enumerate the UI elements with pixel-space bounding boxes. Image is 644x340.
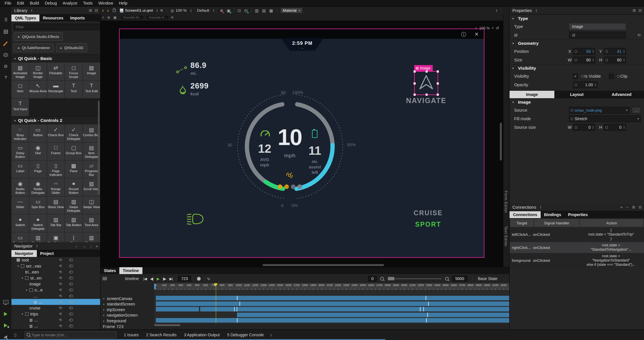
tab-bindings[interactable]: Bindings <box>541 211 565 218</box>
zoom-out-icon[interactable] <box>380 277 384 281</box>
library-item-text-input[interactable]: TText Input <box>11 98 29 116</box>
source-combo[interactable]: s/nav_nodir.png ▾ <box>569 107 629 114</box>
zoom-in-icon[interactable] <box>445 277 449 281</box>
projects-mode-icon[interactable]: ⚙ <box>0 61 11 71</box>
visibility-eye-icon[interactable] <box>69 313 73 315</box>
help-mode-icon[interactable]: ? <box>0 72 11 82</box>
style-selector[interactable]: Default <box>197 8 209 13</box>
snap-items-icon[interactable]: ⊞ <box>107 16 110 19</box>
track-bar-foreground[interactable] <box>156 318 509 323</box>
export-toggle-icon[interactable]: ⟲ <box>59 270 62 274</box>
track-name-foreground[interactable]: ▸foreground <box>100 318 154 323</box>
spinner[interactable] <box>595 83 596 86</box>
export-toggle-icon[interactable]: ⟲ <box>59 282 62 286</box>
canvas-horizontal-scrollbar[interactable] <box>263 264 384 266</box>
library-item-progress-bar[interactable]: ▱Progress Bar <box>83 160 100 178</box>
export-toggle-icon[interactable]: ⟲ <box>59 300 62 304</box>
menu-tools[interactable]: Tools <box>80 1 96 5</box>
library-item-item-delegate[interactable]: ▤Item Delegate <box>83 142 100 160</box>
tab-connections[interactable]: Connections <box>510 211 541 218</box>
expander-icon[interactable]: ▾ <box>22 313 25 315</box>
close-pane-icon[interactable]: ⊟ <box>639 8 642 13</box>
library-item-item[interactable]: ◻Item <box>11 81 29 98</box>
library-item-pane[interactable]: ▩Pane <box>65 160 82 178</box>
navigator-row-trips[interactable]: ▾trips⟲ <box>11 311 100 317</box>
keyframe-marker[interactable] <box>423 307 424 311</box>
menu-window[interactable]: Window <box>96 1 116 5</box>
library-item-dial[interactable]: ◉Dial <box>29 142 47 160</box>
keyframe-marker[interactable] <box>237 296 238 300</box>
library-item-scroll-view[interactable]: ▥Scroll View <box>83 178 100 196</box>
library-item-border-image[interactable]: ◫Border Image <box>29 63 47 80</box>
add-module-qtstudio3d[interactable]: +QtStudio3D <box>56 43 87 52</box>
size-h-field[interactable]: 80 <box>604 57 626 63</box>
visibility-eye-icon[interactable] <box>69 259 73 261</box>
library-item-switch-delegate[interactable]: ●Switch Delegate <box>29 214 47 232</box>
menu-analyze[interactable]: Analyze <box>60 1 80 5</box>
override-height-field[interactable]: Override H... <box>146 15 169 20</box>
expander-icon[interactable]: ▸ <box>103 297 107 300</box>
library-item-button[interactable]: ▭Button <box>29 124 47 142</box>
menu-build[interactable]: Build <box>27 1 42 5</box>
forward-icon[interactable]: › <box>107 8 108 13</box>
view-row-icon[interactable]: ▥ <box>255 8 259 13</box>
current-frame-field[interactable]: 723 <box>178 276 191 281</box>
play-button[interactable]: ▶ <box>157 277 159 281</box>
resize-handle-ne[interactable] <box>436 70 439 73</box>
library-item-text[interactable]: TText <box>65 81 82 98</box>
library-item-stack-view[interactable]: ▤Stack View <box>47 196 65 214</box>
export-toggle-icon[interactable]: ⟲ <box>59 312 62 316</box>
library-item-text-field[interactable]: ▭Text Field <box>11 232 29 242</box>
resize-handle-se[interactable] <box>436 93 439 96</box>
clip-checkbox[interactable] <box>609 74 614 79</box>
visibility-eye-icon[interactable] <box>69 301 73 303</box>
library-item-swipe-delegate[interactable]: ▥Swipe Delegate <box>65 196 82 214</box>
library-item-text-area[interactable]: ▤Text Area <box>83 214 100 232</box>
bounds-icon[interactable]: ▦ <box>113 16 116 19</box>
export-toggle-icon[interactable]: ⟲ <box>59 258 62 262</box>
timeline-name[interactable]: timeline <box>125 276 139 281</box>
run-button[interactable] <box>0 309 11 319</box>
canvas-zoom-level[interactable]: 100 % <box>479 26 490 30</box>
timeline-zoom-slider[interactable] <box>387 278 442 279</box>
spinner[interactable] <box>623 50 625 53</box>
debug-run-button[interactable] <box>0 321 11 330</box>
library-item-tab-button[interactable]: ▥Tab Button <box>65 214 82 232</box>
close-document-icon[interactable]: ✕ <box>160 8 164 13</box>
position-y-field[interactable]: 41 <box>604 48 626 55</box>
track-name-standardScreen[interactable]: ▸standardScreen <box>100 301 154 307</box>
resize-handle-n[interactable] <box>425 70 428 73</box>
fill-mode-combo[interactable]: Stretch ▾ <box>569 115 641 122</box>
spinner[interactable] <box>623 59 625 61</box>
document-name[interactable]: Screen01.ui.qml <box>125 8 153 13</box>
library-item-group-box[interactable]: ▢Group Box <box>65 142 82 160</box>
view-column-icon[interactable]: ▤ <box>262 8 266 13</box>
visibility-eye-icon[interactable] <box>69 289 73 291</box>
split-icon[interactable]: ⊞ <box>632 205 635 209</box>
track-bar-tripScreen[interactable] <box>156 307 199 311</box>
navigator-row-ne[interactable]: ▾n...e⟲ <box>11 287 100 293</box>
status-3-application-output[interactable]: 3 Application Output <box>184 333 220 337</box>
navigator-row-sten[interactable]: ▾st...en⟲ <box>11 275 100 281</box>
column-header-target[interactable]: Target <box>510 219 534 227</box>
override-width-field[interactable]: Override W... <box>120 15 144 20</box>
expander-icon[interactable]: ▸ <box>103 303 107 305</box>
navigator-row-[interactable]: ▨...⟲ <box>11 317 100 323</box>
reset-view-icon[interactable]: ↺ <box>496 26 499 30</box>
track-bar-standardScreen[interactable] <box>156 301 509 306</box>
slider-handle[interactable] <box>388 277 394 280</box>
tab-imports[interactable]: Imports <box>67 15 88 21</box>
range-start-field[interactable]: 0 <box>368 276 377 281</box>
section-image[interactable]: ▾Image <box>510 98 644 106</box>
library-pane-menu[interactable] <box>31 9 33 12</box>
track-bar-navigationScreen[interactable] <box>237 313 509 317</box>
tab-qml-types[interactable]: QML Types <box>11 15 39 21</box>
track-bar-tripScreen[interactable] <box>200 307 509 311</box>
library-item-label[interactable]: ▭Label <box>11 160 29 178</box>
zoom-dropdown[interactable] <box>190 9 192 12</box>
source-size-w-field[interactable]: 0 <box>573 124 595 131</box>
library-item-delay-button[interactable]: ▭Delay Button <box>11 142 29 160</box>
paste-style-icon[interactable]: ⊟ <box>244 8 248 13</box>
expander-icon[interactable]: ▾ <box>17 265 21 267</box>
export-assets-icon[interactable]: ⊕ <box>220 8 223 13</box>
